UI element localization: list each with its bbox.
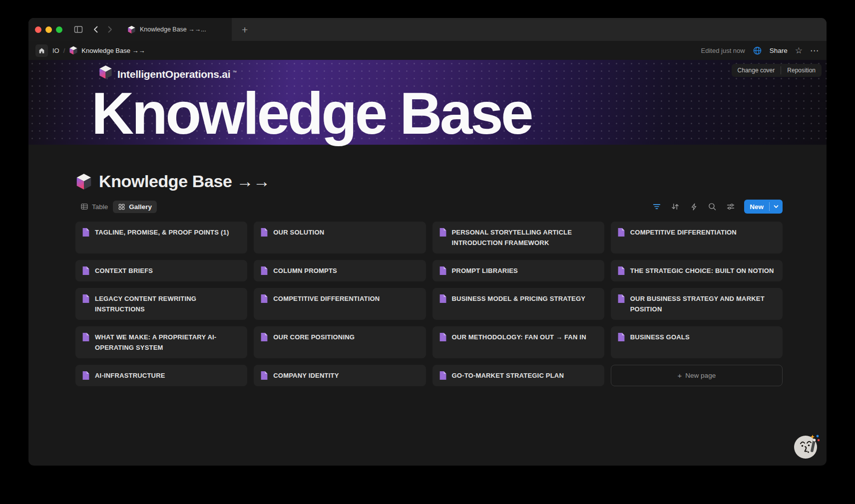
card-title: OUR CORE POSITIONING bbox=[273, 332, 355, 342]
cube-icon bbox=[69, 46, 78, 55]
view-switcher-row: Table Gallery bbox=[75, 199, 783, 214]
logo-text: IntelligentOperations.ai™ bbox=[117, 65, 237, 82]
gallery-card[interactable]: OUR CORE POSITIONING bbox=[254, 326, 426, 358]
card-title: TAGLINE, PROMISE, & PROOF POINTS (1) bbox=[95, 227, 229, 238]
gallery-card[interactable]: CONTEXT BRIEFS bbox=[75, 260, 247, 281]
gallery-card[interactable]: OUR SOLUTION bbox=[254, 222, 426, 253]
card-title: COMPETITIVE DIFFERENTIATION bbox=[630, 227, 737, 238]
forward-icon[interactable] bbox=[105, 25, 114, 34]
page-cover[interactable]: IntelligentOperations.ai™ Knowledge Base… bbox=[28, 60, 827, 145]
search-icon[interactable] bbox=[706, 200, 719, 213]
favorite-star-icon[interactable]: ☆ bbox=[795, 46, 803, 55]
gallery-card[interactable]: OUR METHODOLOGY: FAN OUT → FAN IN bbox=[432, 326, 604, 358]
card-title: LEGACY CONTENT REWRITING INSTRUCTIONS bbox=[95, 293, 241, 314]
page-cube-icon[interactable] bbox=[75, 173, 92, 190]
new-page-label: New page bbox=[685, 372, 716, 379]
page-icon bbox=[82, 332, 90, 342]
gallery-card[interactable]: PROMPT LIBRARIES bbox=[432, 260, 604, 281]
chevron-down-icon[interactable] bbox=[770, 200, 783, 214]
gallery-card[interactable]: COMPANY IDENTITY bbox=[254, 365, 426, 386]
cube-icon bbox=[98, 65, 113, 79]
card-title: THE STRATEGIC CHOICE: BUILT ON NOTION bbox=[630, 265, 774, 276]
change-cover-button[interactable]: Change cover bbox=[732, 64, 781, 77]
card-title: COLUMN PROMPTS bbox=[273, 265, 337, 276]
card-title: COMPANY IDENTITY bbox=[273, 370, 339, 381]
card-title: GO-TO-MARKET STRATEGIC PLAN bbox=[452, 370, 564, 381]
page-icon bbox=[82, 294, 90, 303]
page-icon bbox=[82, 371, 90, 380]
notion-ai-button[interactable] bbox=[793, 433, 822, 460]
tab-knowledge-base[interactable]: Knowledge Base →→... bbox=[127, 25, 206, 34]
gallery-card[interactable]: LEGACY CONTENT REWRITING INSTRUCTIONS bbox=[75, 288, 247, 320]
page-icon bbox=[617, 266, 625, 275]
breadcrumb-bar: IO / Knowledge Base →→ Edited just now S… bbox=[28, 41, 827, 60]
page-icon bbox=[439, 371, 447, 380]
new-tab-button[interactable]: + bbox=[242, 24, 248, 35]
page-icon bbox=[82, 228, 90, 237]
card-title: COMPETITIVE DIFFERENTIATION bbox=[273, 293, 380, 304]
gallery-card[interactable]: COMPETITIVE DIFFERENTIATION bbox=[611, 222, 783, 253]
page-icon bbox=[439, 266, 447, 275]
share-button[interactable]: Share bbox=[770, 47, 788, 54]
plus-icon: + bbox=[678, 372, 682, 379]
gallery-card[interactable]: THE STRATEGIC CHOICE: BUILT ON NOTION bbox=[611, 260, 783, 281]
tab-gallery-view[interactable]: Gallery bbox=[113, 201, 157, 213]
card-title: CONTEXT BRIEFS bbox=[95, 265, 153, 276]
table-icon bbox=[80, 203, 88, 211]
new-button[interactable]: New bbox=[744, 200, 769, 214]
gallery-card[interactable]: OUR BUSINESS STRATEGY AND MARKET POSITIO… bbox=[611, 288, 783, 320]
filter-icon[interactable] bbox=[650, 200, 663, 213]
page-icon bbox=[260, 294, 268, 303]
breadcrumb-page-title: Knowledge Base →→ bbox=[81, 47, 145, 54]
page-icon bbox=[617, 294, 625, 303]
tab-table-view[interactable]: Table bbox=[75, 200, 113, 213]
page-icon bbox=[260, 371, 268, 380]
page-icon bbox=[260, 228, 268, 237]
breadcrumb-page[interactable]: Knowledge Base →→ bbox=[69, 46, 145, 55]
more-options-icon[interactable]: ⋯ bbox=[810, 46, 819, 55]
reposition-button[interactable]: Reposition bbox=[781, 64, 822, 77]
gallery-grid: TAGLINE, PROMISE, & PROOF POINTS (1) OUR… bbox=[75, 222, 783, 386]
new-page-button[interactable]: + New page bbox=[611, 365, 783, 386]
gallery-card[interactable]: TAGLINE, PROMISE, & PROOF POINTS (1) bbox=[75, 222, 247, 253]
gallery-view-label: Gallery bbox=[129, 203, 152, 211]
page-icon bbox=[617, 332, 625, 342]
close-window-button[interactable] bbox=[35, 26, 41, 33]
gallery-card[interactable]: COLUMN PROMPTS bbox=[254, 260, 426, 281]
card-title: AI-INFRASTRUCTURE bbox=[95, 370, 165, 381]
back-icon[interactable] bbox=[91, 25, 100, 34]
page-content: Knowledge Base →→ Table Gallery bbox=[28, 172, 827, 386]
app-window: Knowledge Base →→... + IO / Knowledge Ba… bbox=[28, 18, 827, 466]
sort-icon[interactable] bbox=[669, 200, 682, 213]
window-controls-area: Knowledge Base →→... bbox=[28, 18, 232, 41]
zoom-window-button[interactable] bbox=[56, 26, 62, 33]
sidebar-toggle-icon[interactable] bbox=[73, 24, 83, 34]
home-icon[interactable] bbox=[35, 44, 48, 57]
gallery-card[interactable]: WHAT WE MAKE: A PROPRIETARY AI-OPERATING… bbox=[75, 326, 247, 358]
view-settings-icon[interactable] bbox=[724, 200, 737, 213]
cover-heading: Knowledge Base bbox=[91, 82, 531, 145]
automation-bolt-icon[interactable] bbox=[687, 200, 700, 213]
cover-buttons: Change cover Reposition bbox=[732, 64, 822, 77]
page-title[interactable]: Knowledge Base →→ bbox=[99, 172, 270, 191]
page-header: Knowledge Base →→ bbox=[75, 172, 783, 191]
gallery-card[interactable]: BUSINESS GOALS bbox=[611, 326, 783, 358]
card-title: BUSINESS GOALS bbox=[630, 332, 690, 342]
gallery-card[interactable]: BUSINESS MODEL & PRICING STRATEGY bbox=[432, 288, 604, 320]
card-title: BUSINESS MODEL & PRICING STRATEGY bbox=[452, 293, 586, 304]
gallery-card[interactable]: GO-TO-MARKET STRATEGIC PLAN bbox=[432, 365, 604, 386]
page-icon bbox=[439, 332, 447, 342]
view-toolbar: New bbox=[650, 200, 783, 214]
edited-status: Edited just now bbox=[701, 47, 745, 54]
card-title: PROMPT LIBRARIES bbox=[452, 265, 518, 276]
breadcrumb-separator: / bbox=[63, 47, 65, 54]
new-button-group: New bbox=[744, 200, 783, 214]
gallery-card[interactable]: PERSONAL STORYTELLING ARTICLE INTRODUCTI… bbox=[432, 222, 604, 253]
minimize-window-button[interactable] bbox=[45, 26, 52, 33]
globe-icon[interactable] bbox=[753, 46, 762, 55]
breadcrumb-workspace[interactable]: IO bbox=[52, 47, 59, 54]
trademark-symbol: ™ bbox=[232, 70, 237, 75]
gallery-card[interactable]: AI-INFRASTRUCTURE bbox=[75, 365, 247, 386]
gallery-card[interactable]: COMPETITIVE DIFFERENTIATION bbox=[254, 288, 426, 320]
page-icon bbox=[617, 228, 625, 237]
